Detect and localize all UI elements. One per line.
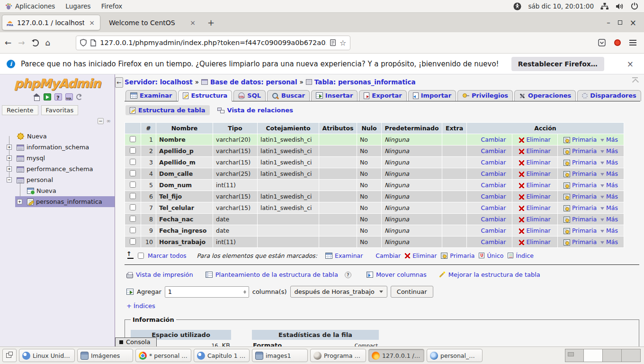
spinner-icon[interactable] bbox=[243, 289, 247, 295]
refresh-icon[interactable] bbox=[76, 94, 82, 100]
help-icon[interactable] bbox=[54, 93, 62, 100]
action-drop[interactable]: Eliminar bbox=[512, 214, 558, 225]
close-button[interactable]: × bbox=[630, 18, 636, 27]
url-text[interactable]: 127.0.0.1/phpmyadmin/index.php?token=f44… bbox=[100, 39, 326, 46]
volume-icon[interactable] bbox=[616, 3, 624, 10]
link-databases-icon[interactable]: ∞ bbox=[107, 118, 110, 124]
taskbar-window-button[interactable]: Programa de ... bbox=[310, 349, 366, 362]
maximize-button[interactable] bbox=[618, 20, 622, 25]
network-icon[interactable] bbox=[600, 3, 609, 10]
action-primary-more[interactable]: Primaria Más bbox=[558, 168, 624, 180]
row-checkbox[interactable] bbox=[130, 147, 136, 154]
tree-expander[interactable]: + bbox=[7, 166, 12, 172]
action-drop[interactable]: Eliminar bbox=[512, 237, 558, 248]
with-selected-action[interactable]: Eliminar bbox=[405, 252, 437, 259]
sidebar-tree-item[interactable]: Nueva bbox=[0, 185, 115, 196]
check-all-label[interactable]: Marcar todos bbox=[148, 252, 187, 259]
row-checkbox[interactable] bbox=[130, 182, 136, 188]
action-primary-more[interactable]: Primaria Más bbox=[558, 214, 624, 225]
sidebar-tree-item[interactable]: + information_schema bbox=[0, 142, 115, 153]
action-primary-more[interactable]: Primaria Más bbox=[558, 146, 624, 157]
tree-expander[interactable]: − bbox=[7, 177, 12, 182]
taskbar-window-button[interactable]: Linux Unidad ... bbox=[19, 349, 75, 362]
console-tab[interactable]: Consola bbox=[115, 337, 157, 346]
subtab-relation-view[interactable]: Vista de relaciones bbox=[217, 107, 294, 114]
action-change[interactable]: Cambiar bbox=[467, 157, 512, 168]
taskbar-window-button[interactable]: Capitulo 1 de... bbox=[194, 349, 250, 362]
pma-tab-estructura[interactable]: Estructura bbox=[178, 90, 232, 101]
action-primary-more[interactable]: Primaria Más bbox=[558, 202, 624, 214]
extension-icon[interactable] bbox=[614, 39, 621, 46]
row-checkbox[interactable] bbox=[130, 193, 136, 199]
indexes-link[interactable]: + Índices bbox=[126, 302, 640, 309]
taskbar-window-button[interactable]: 127.0.0.1 / l... bbox=[368, 349, 424, 362]
bookmark-star-icon[interactable]: ☆ bbox=[340, 38, 346, 47]
tree-expander[interactable]: + bbox=[7, 155, 12, 161]
pma-tab-disparadores[interactable]: Disparadores bbox=[577, 90, 641, 101]
menu-icon[interactable] bbox=[629, 42, 636, 43]
action-change[interactable]: Cambiar bbox=[467, 191, 512, 202]
table-tool-link[interactable]: Mejorar la estructura de tabla bbox=[439, 271, 540, 278]
workspace-2[interactable] bbox=[584, 349, 603, 362]
workspace-4[interactable] bbox=[622, 349, 641, 362]
workspace-1[interactable] bbox=[565, 349, 584, 362]
scroll-top-icon[interactable] bbox=[632, 77, 638, 83]
minimize-button[interactable]: – bbox=[607, 18, 610, 27]
action-primary-more[interactable]: Primaria Más bbox=[558, 134, 624, 146]
new-tab-button[interactable]: + bbox=[203, 18, 219, 27]
sidebar-tree-item[interactable]: + mysql bbox=[0, 153, 115, 164]
row-checkbox[interactable] bbox=[130, 238, 136, 245]
action-drop[interactable]: Eliminar bbox=[512, 157, 558, 168]
shield-icon[interactable] bbox=[80, 39, 87, 46]
pma-tab-exportar[interactable]: Exportar bbox=[359, 90, 406, 101]
with-selected-action[interactable]: Examinar bbox=[325, 252, 363, 259]
row-checkbox[interactable] bbox=[130, 227, 136, 233]
with-selected-action[interactable]: U Único bbox=[479, 252, 503, 259]
action-change[interactable]: Cambiar bbox=[467, 168, 512, 180]
power-icon[interactable] bbox=[631, 2, 638, 10]
action-drop[interactable]: Eliminar bbox=[512, 191, 558, 202]
action-change[interactable]: Cambiar bbox=[467, 134, 512, 146]
recent-button[interactable]: Reciente bbox=[2, 105, 38, 115]
browser-tab-phpmyadmin[interactable]: PMA 127.0.0.1 / localhost / × bbox=[2, 15, 100, 30]
pma-tab-examinar[interactable]: Examinar bbox=[125, 90, 177, 101]
breadcrumb-database-link[interactable]: Base de datos: personal bbox=[210, 78, 297, 86]
pma-tab-sql[interactable]: SQL bbox=[233, 90, 266, 101]
with-selected-action[interactable]: Primaria bbox=[441, 252, 474, 259]
action-change[interactable]: Cambiar bbox=[467, 180, 512, 191]
row-checkbox[interactable] bbox=[130, 204, 136, 210]
row-checkbox[interactable] bbox=[130, 170, 136, 176]
table-tool-link[interactable]: Vista de impresión bbox=[126, 271, 193, 278]
with-selected-action[interactable]: Índice bbox=[508, 252, 534, 259]
tree-expander[interactable]: + bbox=[17, 199, 22, 204]
check-all-checkbox[interactable] bbox=[138, 253, 144, 259]
action-change[interactable]: Cambiar bbox=[467, 214, 512, 225]
tab-close-icon[interactable]: × bbox=[188, 19, 197, 27]
action-drop[interactable]: Eliminar bbox=[512, 202, 558, 214]
pma-tab-importar[interactable]: Importar bbox=[408, 90, 456, 101]
table-tool-link[interactable]: Mover columnas bbox=[367, 271, 427, 278]
url-bar[interactable]: 127.0.0.1/phpmyadmin/index.php?token=f44… bbox=[76, 36, 350, 50]
action-drop[interactable]: Eliminar bbox=[512, 134, 558, 146]
taskbar-window-button[interactable]: images1 bbox=[252, 349, 308, 362]
taskbar-window-button[interactable]: personal_my... bbox=[427, 349, 483, 362]
table-tool-link[interactable]: Planteamiento de la estructura de tabla bbox=[206, 271, 338, 278]
reader-view-icon[interactable] bbox=[330, 39, 336, 46]
table-tool-link[interactable]: ? bbox=[345, 272, 354, 278]
with-selected-action[interactable]: Cambiar bbox=[367, 252, 401, 259]
notification-close-icon[interactable]: × bbox=[623, 59, 637, 69]
action-drop[interactable]: Eliminar bbox=[512, 168, 558, 180]
sidebar-tree-item[interactable]: Nueva bbox=[0, 131, 115, 142]
places-menu[interactable]: Lugares bbox=[60, 0, 96, 12]
page-info-icon[interactable] bbox=[90, 39, 96, 46]
collapse-all-icon[interactable]: − bbox=[98, 118, 104, 124]
browser-tab-centos[interactable]: Welcome to CentOS × bbox=[102, 15, 201, 30]
applications-menu[interactable]: Aplicaciones bbox=[0, 0, 60, 12]
action-primary-more[interactable]: Primaria Más bbox=[558, 180, 624, 191]
clock[interactable]: sáb dic 10, 20:01:00 bbox=[528, 2, 594, 10]
add-column-position-select[interactable]: después de Horas_trabajo bbox=[290, 286, 387, 298]
action-drop[interactable]: Eliminar bbox=[512, 180, 558, 191]
back-button[interactable]: ← bbox=[5, 38, 11, 47]
sidebar-tree-item[interactable]: + performance_schema bbox=[0, 164, 115, 174]
pma-logo[interactable]: phpMyAdmin bbox=[0, 76, 115, 91]
